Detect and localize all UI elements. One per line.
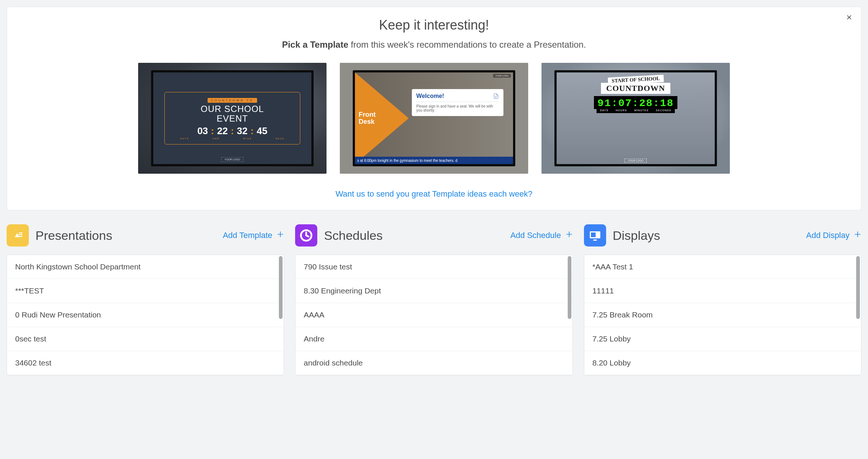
template2-card-body: Please sign in and have a seat. We will … bbox=[416, 104, 499, 112]
list-item[interactable]: North Kingstown School Department bbox=[7, 255, 284, 279]
template1-top-label: COUNTDOWN TO bbox=[208, 98, 257, 103]
template3-unit-labels: DAYS HOURS MINUTES SECONDS bbox=[597, 109, 675, 113]
list-item[interactable]: 34602 test bbox=[7, 351, 284, 375]
template2-card-title: Welcome! bbox=[416, 93, 444, 99]
displays-list: *AAA Test 1 11111 7.25 Break Room 7.25 L… bbox=[584, 255, 861, 375]
displays-icon bbox=[584, 224, 606, 246]
schedules-list: 790 Issue test 8.30 Engineering Dept AAA… bbox=[295, 255, 573, 375]
add-display-button[interactable]: Add Display bbox=[806, 231, 861, 240]
plus-icon bbox=[277, 231, 284, 240]
list-item[interactable]: 0sec test bbox=[7, 327, 284, 351]
schedules-column: Schedules Add Schedule 790 Issue test 8.… bbox=[295, 224, 573, 375]
template1-digits: 03: 22: 32: 45 bbox=[168, 125, 296, 137]
list-item[interactable]: Andre bbox=[295, 327, 572, 351]
presentations-title: Presentations bbox=[35, 228, 223, 243]
displays-column: Displays Add Display *AAA Test 1 11111 7… bbox=[584, 224, 861, 375]
hero-title: Keep it interesting! bbox=[20, 17, 848, 33]
template1-box: COUNTDOWN TO OUR SCHOOL EVENT 03: 22: 32… bbox=[164, 92, 300, 144]
list-item[interactable]: 0 Rudi New Presentation bbox=[7, 303, 284, 327]
scrollbar[interactable] bbox=[567, 255, 573, 375]
list-item[interactable]: 8.20 Lobby bbox=[584, 351, 861, 375]
template3-logo-placeholder: YOUR LOGO bbox=[625, 159, 647, 163]
displays-header: Displays Add Display bbox=[584, 224, 861, 246]
plus-icon bbox=[854, 231, 861, 240]
svg-rect-5 bbox=[591, 232, 596, 237]
hero-card: Keep it interesting! Pick a Template fro… bbox=[7, 7, 861, 210]
template-frame: YOUR LOGO Front Desk Welcome! Please sig… bbox=[353, 70, 515, 166]
template-tile-countdown-event[interactable]: COUNTDOWN TO OUR SCHOOL EVENT 03: 22: 32… bbox=[138, 63, 327, 174]
add-display-label: Add Display bbox=[806, 231, 850, 240]
document-icon bbox=[493, 93, 499, 99]
weekly-templates-optin-link[interactable]: Want us to send you great Template ideas… bbox=[335, 189, 532, 198]
plus-icon bbox=[565, 231, 573, 240]
list-item[interactable]: ***TEST bbox=[7, 279, 284, 303]
svg-rect-0 bbox=[19, 232, 23, 233]
template-row: COUNTDOWN TO OUR SCHOOL EVENT 03: 22: 32… bbox=[20, 63, 848, 174]
list-item[interactable]: AAAA bbox=[295, 303, 572, 327]
template1-title: OUR SCHOOL EVENT bbox=[168, 104, 296, 123]
template3-led-digits: 91:07:28:18 bbox=[594, 96, 678, 109]
add-schedule-label: Add Schedule bbox=[510, 231, 561, 240]
list-item[interactable]: 7.25 Break Room bbox=[584, 303, 861, 327]
scrollbar[interactable] bbox=[278, 255, 284, 375]
template2-logo-placeholder: YOUR LOGO bbox=[493, 74, 511, 78]
template2-ticker: s at 6:00pm tonight in the gymnasium to … bbox=[355, 157, 513, 164]
svg-rect-2 bbox=[19, 236, 23, 237]
template1-logo-placeholder: YOUR LOGO bbox=[221, 157, 243, 162]
template2-card: Welcome! Please sign in and have a seat.… bbox=[412, 89, 503, 116]
svg-rect-6 bbox=[593, 239, 597, 241]
add-template-label: Add Template bbox=[223, 231, 272, 240]
scrollbar[interactable] bbox=[856, 255, 861, 375]
presentations-header: Presentations Add Template bbox=[7, 224, 284, 246]
template-tile-school-countdown[interactable]: START OF SCHOOL COUNTDOWN 91:07:28:18 DA… bbox=[541, 63, 730, 174]
displays-title: Displays bbox=[613, 228, 806, 243]
schedules-title: Schedules bbox=[324, 228, 510, 243]
template2-triangle: Front Desk bbox=[355, 72, 409, 164]
hero-subtitle: Pick a Template from this week's recomme… bbox=[20, 40, 848, 50]
template-frame: COUNTDOWN TO OUR SCHOOL EVENT 03: 22: 32… bbox=[151, 70, 314, 166]
hero-subtitle-rest: from this week's recommendations to crea… bbox=[348, 40, 586, 50]
presentations-column: Presentations Add Template North Kingsto… bbox=[7, 224, 284, 375]
list-item[interactable]: *AAA Test 1 bbox=[584, 255, 861, 279]
template-frame: START OF SCHOOL COUNTDOWN 91:07:28:18 DA… bbox=[554, 70, 717, 166]
list-item[interactable]: 7.25 Lobby bbox=[584, 327, 861, 351]
dashboard-columns: Presentations Add Template North Kingsto… bbox=[7, 224, 861, 375]
presentations-list: North Kingstown School Department ***TES… bbox=[7, 255, 284, 375]
svg-rect-1 bbox=[19, 234, 23, 235]
add-template-button[interactable]: Add Template bbox=[223, 231, 284, 240]
hero-subtitle-strong: Pick a Template bbox=[282, 40, 348, 50]
add-schedule-button[interactable]: Add Schedule bbox=[510, 231, 573, 240]
close-icon[interactable] bbox=[845, 14, 853, 23]
template1-unit-labels: DAYS HRS MINS SECS bbox=[168, 137, 296, 140]
list-item[interactable]: 790 Issue test bbox=[295, 255, 572, 279]
hero-footer: Want us to send you great Template ideas… bbox=[20, 189, 848, 199]
schedules-icon bbox=[295, 224, 317, 246]
template-tile-front-desk[interactable]: YOUR LOGO Front Desk Welcome! Please sig… bbox=[340, 63, 528, 174]
list-item[interactable]: 11111 bbox=[584, 279, 861, 303]
list-item[interactable]: android schedule bbox=[295, 351, 572, 375]
presentations-icon bbox=[7, 224, 29, 246]
schedules-header: Schedules Add Schedule bbox=[295, 224, 573, 246]
list-item[interactable]: 8.30 Engineering Dept bbox=[295, 279, 572, 303]
